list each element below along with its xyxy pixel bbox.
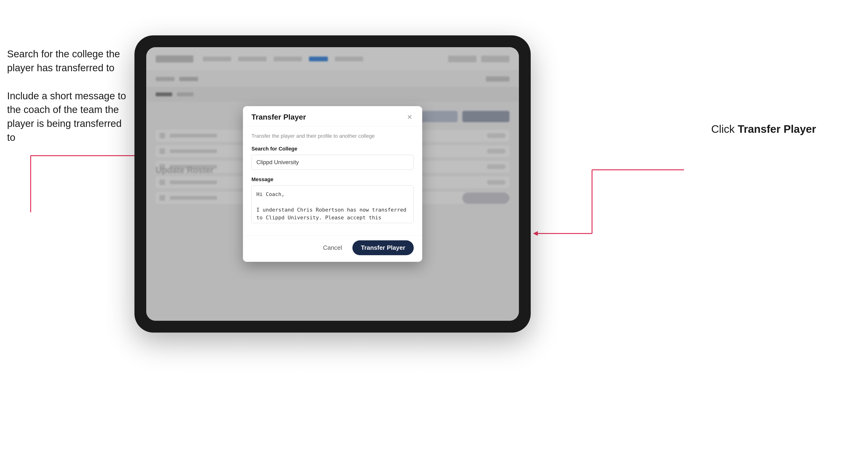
annotation-right-bold: Transfer Player <box>738 123 816 135</box>
modal-overlay: Transfer Player ✕ Transfer the player an… <box>146 47 519 321</box>
annotation-right-prefix: Click <box>711 123 738 135</box>
cancel-button[interactable]: Cancel <box>317 241 348 254</box>
tablet-screen: Update Roster <box>146 47 519 321</box>
modal-footer: Cancel Transfer Player <box>243 236 422 262</box>
modal-title: Transfer Player <box>251 113 306 121</box>
transfer-player-button[interactable]: Transfer Player <box>352 240 414 255</box>
transfer-player-modal: Transfer Player ✕ Transfer the player an… <box>243 106 422 262</box>
tablet-device: Update Roster <box>134 35 531 333</box>
modal-subtitle: Transfer the player and their profile to… <box>251 133 414 139</box>
annotation-left: Search for the college the player has tr… <box>7 47 130 159</box>
search-college-group: Search for College <box>251 146 414 170</box>
search-college-label: Search for College <box>251 146 414 152</box>
message-label: Message <box>251 177 414 183</box>
message-textarea[interactable]: Hi Coach, I understand Chris Robertson h… <box>251 185 414 223</box>
modal-header: Transfer Player ✕ <box>243 106 422 126</box>
svg-marker-6 <box>533 231 538 236</box>
message-group: Message Hi Coach, I understand Chris Rob… <box>251 177 414 224</box>
annotation-text-2: Include a short message to the coach of … <box>7 89 130 145</box>
close-button[interactable]: ✕ <box>405 113 414 121</box>
search-college-input[interactable] <box>251 155 414 170</box>
modal-body: Transfer the player and their profile to… <box>243 126 422 236</box>
annotation-text-1: Search for the college the player has tr… <box>7 47 130 75</box>
annotation-right: Click Transfer Player <box>711 123 816 135</box>
